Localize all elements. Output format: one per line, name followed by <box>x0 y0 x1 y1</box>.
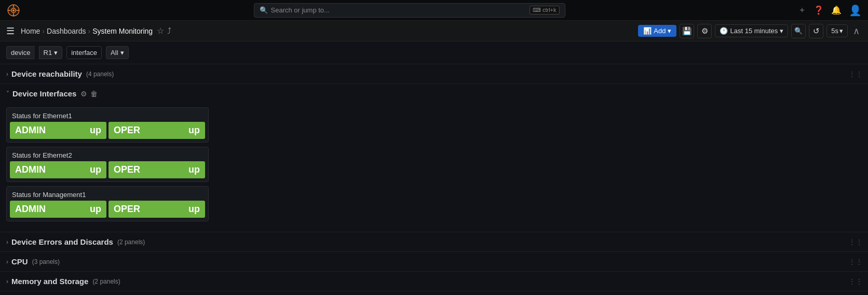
collapse-all-button[interactable]: ∧ <box>851 24 862 38</box>
add-chart-icon: 📊 <box>643 27 652 35</box>
section-title-interfaces: Device Interfaces <box>12 89 76 98</box>
search-shortcut: ⌨ ctrl+k <box>530 6 560 15</box>
panel-ethernet2: Status for Ethernet2 ADMIN up OPER up <box>6 147 209 182</box>
top-bar-right: ＋ ❓ 🔔 👤 <box>798 4 862 17</box>
grafana-logo <box>6 3 21 18</box>
keyboard-icon: ⌨ <box>533 7 541 13</box>
device-filter-label: device <box>6 46 35 59</box>
section-device-reachability[interactable]: › Device reachability (4 panels) ⋮⋮ <box>0 64 868 84</box>
settings-icon-interfaces[interactable]: ⚙ <box>80 90 87 98</box>
panel-ethernet1: Status for Ethernet1 ADMIN up OPER up <box>6 107 209 143</box>
save-dashboard-button[interactable]: 💾 <box>680 24 694 38</box>
stat-admin-management1: ADMIN up <box>10 201 106 218</box>
panel-title-management1: Status for Management1 <box>7 187 208 201</box>
chevron-down-icon: ▾ <box>668 27 671 35</box>
help-icon[interactable]: ❓ <box>813 5 824 15</box>
section-toggle-interfaces: ˅ <box>6 90 9 97</box>
drag-handle-errors: ⋮⋮ <box>848 238 863 246</box>
section-toggle-memory: › <box>6 278 8 285</box>
zoom-out-button[interactable]: 🔍 <box>791 24 806 38</box>
section-count-errors: (2 panels) <box>117 238 145 246</box>
section-title-cpu: CPU <box>11 257 28 266</box>
search-icon: 🔍 <box>260 6 268 14</box>
add-button[interactable]: 📊 Add ▾ <box>638 25 676 37</box>
stat-label-admin-eth2: ADMIN <box>15 164 46 175</box>
star-icon[interactable]: ☆ <box>157 26 164 36</box>
time-chevron-icon: ▾ <box>780 27 783 35</box>
refresh-rate-picker[interactable]: 5s ▾ <box>826 24 848 37</box>
stat-label-admin-eth1: ADMIN <box>15 125 46 136</box>
dashboard-settings-button[interactable]: ⚙ <box>697 24 712 38</box>
section-cpu[interactable]: › CPU (3 panels) ⋮⋮ <box>0 252 868 272</box>
plus-icon[interactable]: ＋ <box>798 5 806 16</box>
device-dropdown-icon: ▾ <box>54 49 58 57</box>
breadcrumb: Home › Dashboards › System Monitoring <box>21 27 153 35</box>
stat-label-oper-mgmt1: OPER <box>114 204 140 215</box>
panel-title-ethernet2: Status for Ethernet2 <box>7 147 208 161</box>
stat-value-oper-eth2: up <box>188 164 200 175</box>
section-title-errors: Device Errors and Discards <box>11 237 113 246</box>
section-toggle-cpu: › <box>6 258 8 265</box>
stat-value-admin-eth2: up <box>90 164 101 175</box>
home-link[interactable]: Home <box>21 27 40 35</box>
refresh-chevron-icon: ▾ <box>839 27 843 35</box>
section-device-errors[interactable]: › Device Errors and Discards (2 panels) … <box>0 232 868 252</box>
user-avatar[interactable]: 👤 <box>849 4 862 17</box>
interface-dropdown-icon: ▾ <box>120 49 124 57</box>
stat-label-admin-mgmt1: ADMIN <box>15 204 46 215</box>
stat-value-oper-eth1: up <box>188 125 200 136</box>
stat-oper-ethernet1: OPER up <box>108 122 205 139</box>
section-count-reachability: (4 panels) <box>86 71 114 78</box>
drag-handle-memory: ⋮⋮ <box>848 277 863 286</box>
interface-filter-label: interface <box>66 46 102 59</box>
section-device-interfaces: ˅ Device Interfaces ⚙ 🗑 Status for Ether… <box>0 84 868 232</box>
device-filter-value[interactable]: R1 ▾ <box>39 46 63 59</box>
top-bar-left <box>6 3 21 18</box>
stat-value-admin-mgmt1: up <box>90 204 101 215</box>
time-range-picker[interactable]: 🕐 Last 15 minutes ▾ <box>715 24 788 37</box>
panel-stats-management1: ADMIN up OPER up <box>7 201 208 221</box>
panel-stats-ethernet1: ADMIN up OPER up <box>7 122 208 142</box>
nav-bar: ☰ Home › Dashboards › System Monitoring … <box>0 21 868 41</box>
share-icon[interactable]: ⤴ <box>167 26 171 36</box>
drag-handle-reachability: ⋮⋮ <box>848 70 863 78</box>
nav-icons: ☆ ⤴ <box>157 26 171 36</box>
svg-point-6 <box>12 9 15 11</box>
current-dashboard-title: System Monitoring <box>92 27 153 35</box>
filter-bar: device R1 ▾ interface All ▾ <box>0 41 868 64</box>
section-toggle-errors: › <box>6 238 8 246</box>
drag-handle-cpu: ⋮⋮ <box>848 258 863 266</box>
panel-title-ethernet1: Status for Ethernet1 <box>7 108 208 122</box>
panels-container: Status for Ethernet1 ADMIN up OPER up St… <box>0 103 868 232</box>
stat-value-admin-eth1: up <box>90 125 101 136</box>
notifications-icon[interactable]: 🔔 <box>831 5 842 15</box>
stat-admin-ethernet1: ADMIN up <box>10 122 106 139</box>
breadcrumb-sep-1: › <box>42 27 45 35</box>
section-title-reachability: Device reachability <box>11 69 82 78</box>
nav-left: ☰ Home › Dashboards › System Monitoring … <box>6 25 171 37</box>
interface-filter-value[interactable]: All ▾ <box>106 46 128 59</box>
section-title-memory: Memory and Storage <box>11 277 88 286</box>
panel-stats-ethernet2: ADMIN up OPER up <box>7 161 208 181</box>
delete-icon-interfaces[interactable]: 🗑 <box>90 90 98 98</box>
main-content: › Device reachability (4 panels) ⋮⋮ ˅ De… <box>0 64 868 295</box>
search-placeholder: Search or jump to... <box>271 6 526 14</box>
clock-icon: 🕐 <box>720 27 728 35</box>
section-memory-storage[interactable]: › Memory and Storage (2 panels) ⋮⋮ <box>0 272 868 291</box>
dashboards-link[interactable]: Dashboards <box>47 27 86 35</box>
hamburger-menu[interactable]: ☰ <box>6 25 15 37</box>
refresh-button[interactable]: ↺ <box>809 24 823 38</box>
section-toggle-reachability: › <box>6 71 8 78</box>
search-bar[interactable]: 🔍 Search or jump to... ⌨ ctrl+k <box>254 3 565 18</box>
stat-value-oper-mgmt1: up <box>188 204 200 215</box>
section-count-cpu: (3 panels) <box>32 258 60 265</box>
section-header-device-interfaces[interactable]: ˅ Device Interfaces ⚙ 🗑 <box>0 84 868 103</box>
section-count-memory: (2 panels) <box>92 278 120 285</box>
stat-label-oper-eth1: OPER <box>114 125 140 136</box>
section-icons-interfaces: ⚙ 🗑 <box>80 90 98 98</box>
breadcrumb-sep-2: › <box>88 27 91 35</box>
panel-management1: Status for Management1 ADMIN up OPER up <box>6 186 209 221</box>
stat-label-oper-eth2: OPER <box>114 164 140 175</box>
stat-admin-ethernet2: ADMIN up <box>10 161 106 178</box>
stat-oper-management1: OPER up <box>108 201 205 218</box>
